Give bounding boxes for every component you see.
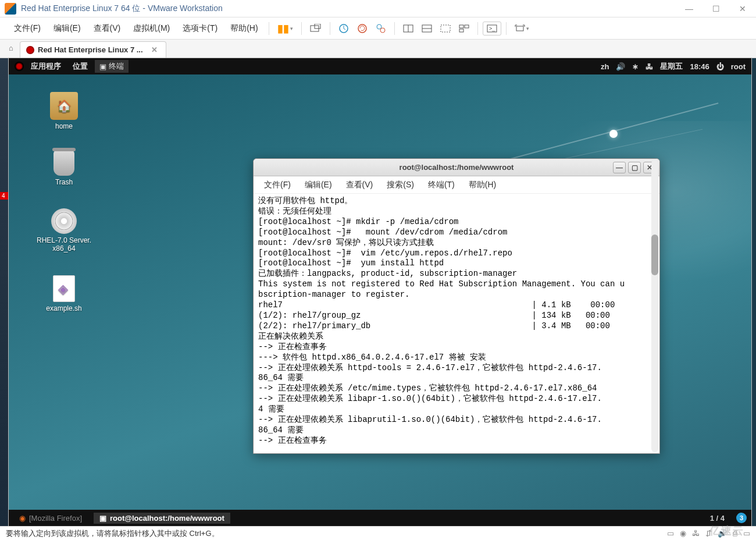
network-icon[interactable]: 🖧 (646, 62, 653, 71)
terminal-app-label: 终端 (109, 61, 124, 72)
menu-view[interactable]: 查看(V) (88, 20, 127, 37)
svg-point-4 (377, 24, 381, 29)
window-title: Red Hat Enterprise Linux 7 64 位 - VMware… (21, 3, 223, 14)
home-folder-icon (50, 92, 78, 120)
menu-vm[interactable]: 虚拟机(M) (127, 20, 176, 37)
desktop-icon-disc[interactable]: RHEL-7.0 Server. x86_64 (32, 208, 96, 253)
vmware-statusbar: 要将输入定向到该虚拟机，请将鼠标指针移入其中或按 Ctrl+G。 ▭ ◉ 🖧 ⇵… (0, 526, 756, 540)
terminal-title: root@localhost:/home/wwwroot (400, 163, 514, 172)
terminal-scrollbar-thumb[interactable] (651, 235, 658, 275)
host-window-titlebar: Red Hat Enterprise Linux 7 64 位 - VMware… (0, 0, 756, 17)
host-background-sliver: 4 (0, 58, 9, 526)
taskbar-terminal-label: root@localhost:/home/wwwroot (110, 514, 224, 523)
desktop-icon-home[interactable]: home (38, 92, 90, 130)
device-net-icon[interactable]: 🖧 (692, 529, 700, 538)
minimize-button[interactable]: — (676, 0, 702, 17)
terminal-maximize-button[interactable]: ▢ (628, 162, 641, 173)
vm-tab-label: Red Hat Enterprise Linux 7 ... (38, 45, 143, 54)
view-unity-button[interactable] (437, 22, 454, 35)
vm-tab[interactable]: Red Hat Enterprise Linux 7 ... ✕ (20, 41, 166, 58)
firefox-icon: ◉ (19, 514, 26, 523)
vmware-menubar: 文件(F) 编辑(E) 查看(V) 虚拟机(M) 选项卡(T) 帮助(H) ▮▮… (0, 17, 756, 40)
vmware-tabstrip: ⌂ Red Hat Enterprise Linux 7 ... ✕ (0, 40, 756, 58)
disc-icon (51, 208, 77, 234)
svg-rect-12 (465, 25, 469, 28)
terminal-titlebar[interactable]: root@localhost:/home/wwwroot — ▢ ✕ (254, 159, 659, 176)
term-menu-edit[interactable]: 编辑(E) (299, 177, 338, 193)
svg-rect-13 (459, 29, 463, 32)
send-keys-button[interactable] (306, 22, 325, 35)
volume-icon[interactable]: 🔊 (616, 62, 625, 71)
snapshot-revert-button[interactable] (354, 21, 371, 36)
guest-desktop[interactable]: home Trash RHEL-7.0 Server. x86_64 examp… (9, 74, 751, 510)
svg-text:>_: >_ (489, 26, 495, 31)
user-label[interactable]: root (731, 62, 746, 71)
svg-rect-1 (315, 24, 320, 29)
gnome-bottom-panel: ◉ [Mozilla Firefox] ▣ root@localhost:/ho… (9, 510, 751, 526)
terminal-app-button[interactable]: ▣ 终端 (95, 60, 129, 73)
term-menu-view[interactable]: 查看(V) (340, 177, 379, 193)
terminal-icon: ▣ (99, 62, 106, 71)
term-menu-search[interactable]: 搜索(S) (381, 177, 420, 193)
close-button[interactable]: ✕ (729, 0, 756, 17)
svg-point-5 (380, 28, 385, 33)
menu-help[interactable]: 帮助(H) (224, 20, 263, 37)
taskbar-firefox[interactable]: ◉ [Mozilla Firefox] (13, 513, 88, 524)
menu-tabs[interactable]: 选项卡(T) (177, 20, 223, 37)
icon-label: Trash (38, 178, 90, 186)
icon-label: example.sh (38, 304, 90, 312)
icon-label: home (38, 122, 90, 130)
view-thumbnail-button[interactable] (455, 22, 473, 35)
clock-day[interactable]: 星期五 (660, 61, 683, 72)
places-menu[interactable]: 位置 (68, 59, 92, 74)
svg-rect-16 (516, 26, 523, 31)
desktop-icon-trash[interactable]: Trash (38, 150, 90, 186)
host-right-sliver (751, 58, 756, 526)
tab-close-icon[interactable]: ✕ (151, 45, 158, 54)
svg-rect-10 (441, 25, 450, 32)
snapshot-button[interactable] (335, 21, 352, 36)
term-menu-terminal[interactable]: 终端(T) (422, 177, 461, 193)
vmware-logo-icon (5, 3, 16, 15)
taskbar-firefox-label: [Mozilla Firefox] (29, 514, 82, 523)
gnome-top-panel: 应用程序 位置 ▣ 终端 zh 🔊 ∗ 🖧 星期五 18:46 ⏻ root (9, 58, 751, 74)
terminal-window[interactable]: root@localhost:/home/wwwroot — ▢ ✕ 文件(F)… (253, 158, 660, 454)
term-menu-help[interactable]: 帮助(H) (463, 177, 502, 193)
redhat-icon (26, 46, 34, 54)
watermark-text: 亿速云 (709, 524, 744, 538)
svg-rect-11 (459, 25, 463, 28)
term-menu-file[interactable]: 文件(F) (258, 177, 297, 193)
menu-edit[interactable]: 编辑(E) (48, 20, 87, 37)
statusbar-hint: 要将输入定向到该虚拟机，请将鼠标指针移入其中或按 Ctrl+G。 (6, 528, 219, 539)
power-icon[interactable]: ⏻ (716, 62, 724, 71)
desktop-icon-script[interactable]: example.sh (38, 275, 90, 312)
workspace-indicator[interactable]: 1 / 4 (710, 514, 725, 523)
trash-icon (54, 150, 74, 176)
terminal-task-icon: ▣ (99, 514, 106, 523)
view-single-button[interactable] (400, 22, 417, 35)
menu-file[interactable]: 文件(F) (8, 20, 47, 37)
home-tab-icon[interactable]: ⌂ (5, 41, 17, 54)
taskbar-terminal[interactable]: ▣ root@localhost:/home/wwwroot (94, 513, 230, 524)
view-split-button[interactable] (418, 22, 436, 35)
terminal-scrollbar-track[interactable] (651, 160, 658, 452)
maximize-button[interactable]: ☐ (702, 0, 729, 17)
terminal-menubar: 文件(F) 编辑(E) 查看(V) 搜索(S) 终端(T) 帮助(H) (254, 176, 659, 194)
bluetooth-icon[interactable]: ∗ (632, 62, 639, 71)
notification-count[interactable]: 3 (736, 513, 747, 523)
vm-guest-viewport[interactable]: 应用程序 位置 ▣ 终端 zh 🔊 ∗ 🖧 星期五 18:46 ⏻ root h… (9, 58, 751, 526)
activities-icon[interactable] (15, 62, 24, 71)
device-cd-icon[interactable]: ◉ (680, 529, 686, 538)
clock-time[interactable]: 18:46 (690, 62, 709, 71)
icon-label: RHEL-7.0 Server. x86_64 (32, 236, 96, 253)
terminal-minimize-button[interactable]: — (613, 162, 626, 173)
snapshot-manager-button[interactable] (372, 21, 390, 36)
applications-menu[interactable]: 应用程序 (26, 59, 66, 74)
input-method-indicator[interactable]: zh (601, 62, 609, 71)
console-button[interactable]: >_ (483, 22, 501, 35)
device-hdd-icon[interactable]: ▭ (667, 529, 674, 538)
script-file-icon (53, 275, 75, 302)
fullscreen-button[interactable]: ▾ (511, 22, 533, 35)
pause-vm-button[interactable]: ▮▮▾ (274, 20, 297, 37)
terminal-output[interactable]: 没有可用软件包 httpd。 错误：无须任何处理 [root@localhost… (254, 194, 659, 453)
